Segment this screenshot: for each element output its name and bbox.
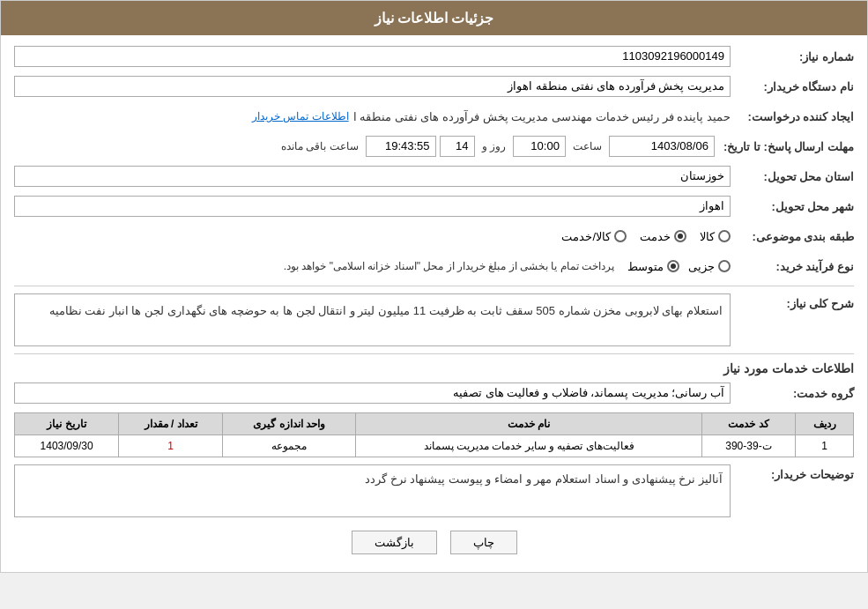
- header-title: جزئیات اطلاعات نیاز: [375, 11, 494, 26]
- shomara-niaz-row: شماره نیاز: 1103092196000149: [14, 44, 854, 69]
- saat-label: ساعت: [569, 140, 605, 152]
- col-tedad: تعداد / مقدار: [119, 413, 223, 435]
- khadamat-section-title: اطلاعات خدمات مورد نیاز: [14, 361, 854, 375]
- ostan-value: خوزستان: [14, 166, 731, 187]
- saat-box: 10:00: [513, 136, 566, 157]
- ettelaat-tamas-link[interactable]: اطلاعات تماس خریدار: [252, 110, 349, 123]
- content-area: شماره نیاز: 1103092196000149 نام دستگاه …: [1, 35, 867, 572]
- nam-dastgah-label: نام دستگاه خریدار:: [731, 80, 854, 93]
- baqi-mande-label: ساعت باقی مانده: [278, 140, 362, 152]
- date-main-box: 1403/08/06: [609, 136, 715, 157]
- col-nam: نام خدمت: [356, 413, 701, 435]
- cell-nam: فعالیت‌های تصفیه و سایر خدمات مدیریت پسم…: [356, 435, 701, 457]
- cell-radif: 1: [796, 435, 854, 457]
- nam-dastgah-row: نام دستگاه خریدار: مدیریت پخش فرآورده ها…: [14, 74, 854, 99]
- nam-dastgah-value: مدیریت پخش فرآورده های نفتی منطقه اهواز: [14, 76, 731, 97]
- divider-2: [14, 353, 854, 354]
- goroh-row: گروه خدمت: آب رسانی؛ مدیریت پسماند، فاضل…: [14, 381, 854, 405]
- divider-1: [14, 286, 854, 286]
- noe-option-jozi: جزیی: [688, 260, 731, 273]
- shomara-niaz-value: 1103092196000149: [14, 46, 731, 67]
- cell-tedad: 1: [119, 435, 223, 457]
- services-table: ردیف کد خدمت نام خدمت واحد اندازه گیری ت…: [14, 412, 854, 457]
- rooz-box: 14: [440, 136, 475, 157]
- tabaqe-radio-kala[interactable]: [718, 230, 731, 242]
- goroh-label: گروه خدمت:: [731, 387, 854, 400]
- sharh-label: شرح کلی نیاز:: [731, 293, 854, 310]
- tabaqe-label: طبقه بندی موضوعی:: [731, 230, 854, 243]
- noe-radio-motovaset[interactable]: [667, 260, 679, 272]
- ijad-konande-row: ایجاد کننده درخواست: حمید پاینده فر رئیس…: [14, 104, 854, 129]
- tabaqe-radio-kala-khedmat[interactable]: [614, 230, 627, 242]
- sharh-value-text: استعلام بهای لابروبی مخزن شماره 505 سقف …: [49, 304, 723, 317]
- shahr-label: شهر محل تحویل:: [731, 200, 854, 213]
- table-row: 1 ت-39-390 فعالیت‌های تصفیه و سایر خدمات…: [15, 435, 854, 457]
- tosihaat-value-box: آنالیز نرخ پیشنهادی و اسناد استعلام مهر …: [14, 464, 731, 517]
- ijad-konande-text: حمید پاینده فر رئیس خدمات مهندسی مدیریت …: [353, 110, 731, 123]
- tabaqe-radio-khedmat[interactable]: [674, 230, 686, 242]
- table-header-row: ردیف کد خدمت نام خدمت واحد اندازه گیری ت…: [15, 413, 854, 435]
- shahr-value: اهواز: [14, 196, 731, 217]
- noe-option-motovaset: متوسط: [627, 260, 679, 273]
- noe-note-text: پرداخت تمام یا بخشی از مبلغ خریدار از مح…: [284, 260, 614, 272]
- ijad-konande-label: ایجاد کننده درخواست:: [731, 110, 854, 123]
- cell-vahed: مجموعه: [223, 435, 356, 457]
- noe-radio-jozi[interactable]: [718, 260, 731, 272]
- tosihaat-value-text: آنالیز نرخ پیشنهادی و اسناد استعلام مهر …: [365, 472, 723, 486]
- col-vahed: واحد اندازه گیری: [223, 413, 356, 435]
- tabaqe-option-khedmat: خدمت: [640, 230, 686, 243]
- services-table-section: ردیف کد خدمت نام خدمت واحد اندازه گیری ت…: [14, 412, 854, 457]
- ostan-row: استان محل تحویل: خوزستان: [14, 164, 854, 189]
- col-radif: ردیف: [796, 413, 854, 435]
- shahr-row: شهر محل تحویل: اهواز: [14, 194, 854, 219]
- goroh-value: آب رسانی؛ مدیریت پسماند، فاضلاب و فعالیت…: [14, 382, 731, 404]
- noe-options-group: جزیی متوسط: [627, 260, 731, 273]
- cell-kod: ت-39-390: [701, 435, 795, 457]
- col-tarikh: تاریخ نیاز: [15, 413, 119, 435]
- sharh-row: شرح کلی نیاز: استعلام بهای لابروبی مخزن …: [14, 293, 854, 346]
- tabaqe-option-kala-khedmat: کالا/خدمت: [561, 230, 627, 243]
- tosihaat-row: توضیحات خریدار: آنالیز نرخ پیشنهادی و اس…: [14, 464, 854, 517]
- tabaqe-options-group: کالا خدمت کالا/خدمت: [14, 230, 731, 243]
- tabaqe-row: طبقه بندی موضوعی: کالا خدمت کالا/خدمت: [14, 224, 854, 249]
- noe-farayand-label: نوع فرآیند خرید:: [731, 260, 854, 273]
- tabaqe-option-kala: کالا: [700, 230, 731, 243]
- tosihaat-label: توضیحات خریدار:: [731, 464, 854, 481]
- mohlat-label: مهلت ارسال پاسخ: تا تاریخ:: [715, 140, 854, 153]
- print-button[interactable]: چاپ: [450, 531, 517, 554]
- mohlat-row: مهلت ارسال پاسخ: تا تاریخ: 1403/08/06 سا…: [14, 134, 854, 159]
- buttons-row: چاپ بازگشت: [14, 531, 854, 554]
- main-container: جزئیات اطلاعات نیاز شماره نیاز: 11030921…: [0, 0, 868, 573]
- back-button[interactable]: بازگشت: [352, 531, 437, 554]
- page-header: جزئیات اطلاعات نیاز: [1, 1, 867, 35]
- mohlat-date-area: 1403/08/06 ساعت 10:00 روز و 14 19:43:55 …: [14, 136, 715, 157]
- noe-farayand-row: نوع فرآیند خرید: جزیی متوسط پرداخت تمام …: [14, 254, 854, 279]
- col-kod: کد خدمت: [701, 413, 795, 435]
- ostan-label: استان محل تحویل:: [731, 170, 854, 183]
- cell-tarikh: 1403/09/30: [15, 435, 119, 457]
- rooz-label: روز و: [479, 140, 509, 152]
- shomara-niaz-label: شماره نیاز:: [731, 50, 854, 63]
- sharh-value-box: استعلام بهای لابروبی مخزن شماره 505 سقف …: [14, 293, 731, 346]
- baqi-mande-box: 19:43:55: [366, 136, 436, 157]
